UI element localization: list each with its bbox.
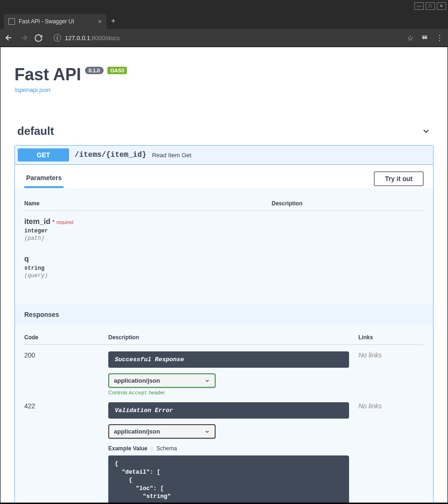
new-tab-button[interactable]: + xyxy=(111,17,115,25)
browser-tab[interactable]: Fast API - Swagger UI × xyxy=(4,14,106,29)
back-button[interactable] xyxy=(5,34,13,42)
column-name: Name xyxy=(24,200,272,207)
accept-hint: Controls Accept header. xyxy=(108,390,349,396)
media-type-select[interactable]: application/json xyxy=(108,424,216,439)
column-description: Description xyxy=(272,200,424,207)
column-description: Description xyxy=(108,334,358,341)
operation-summary[interactable]: GET /items/{item_id} Read Item Get xyxy=(15,146,433,165)
response-description: Successful Response xyxy=(108,351,349,368)
file-icon xyxy=(8,18,15,25)
operation-block: GET /items/{item_id} Read Item Get Param… xyxy=(14,145,434,503)
version-badge: 0.1.0 xyxy=(85,67,104,74)
incognito-icon[interactable] xyxy=(421,33,428,42)
info-icon[interactable]: i xyxy=(54,34,61,42)
example-body-code: { "detail": [ { "loc": [ "string" xyxy=(108,455,349,503)
response-row: 200 Successful Response application/json… xyxy=(24,345,424,396)
close-window-button[interactable]: ✕ xyxy=(437,2,446,10)
schema-tab[interactable]: Schema xyxy=(156,445,177,452)
column-code: Code xyxy=(24,334,108,341)
close-tab-icon[interactable]: × xyxy=(98,18,102,25)
browser-toolbar: i 127.0.0.1:8000/docs ☆ ⋮ xyxy=(0,29,448,47)
response-links: No links xyxy=(358,351,424,396)
minimize-button[interactable]: — xyxy=(414,2,424,10)
url-path: :8000/docs xyxy=(90,35,120,42)
oas-badge: OAS3 xyxy=(107,67,127,74)
parameters-tab[interactable]: Parameters xyxy=(24,169,63,188)
chevron-down-icon xyxy=(204,429,210,434)
params-table-header: Name Description xyxy=(24,195,424,211)
method-badge: GET xyxy=(18,148,69,161)
maximize-button[interactable]: □ xyxy=(426,2,435,10)
try-it-out-button[interactable]: Try it out xyxy=(374,171,424,186)
address-bar[interactable]: i 127.0.0.1:8000/docs xyxy=(49,31,400,44)
response-code: 422 xyxy=(24,402,108,503)
responses-table-header: Code Description Links xyxy=(24,334,424,345)
required-star: * xyxy=(52,219,55,225)
svg-rect-2 xyxy=(422,35,427,36)
tab-title: Fast API - Swagger UI xyxy=(19,18,94,25)
param-name: q xyxy=(24,255,29,263)
param-type: string xyxy=(24,265,424,272)
media-type-value: application/json xyxy=(114,428,160,435)
kebab-menu-icon[interactable]: ⋮ xyxy=(436,34,443,42)
response-row: 422 Validation Error application/json Ex… xyxy=(24,396,424,503)
section-toggle[interactable]: default xyxy=(14,122,434,140)
parameter-row: item_id * required integer (path) xyxy=(24,211,424,248)
bookmark-star-icon[interactable]: ☆ xyxy=(407,34,413,42)
param-in: (path) xyxy=(24,235,424,242)
example-value-tab[interactable]: Example Value xyxy=(108,445,147,452)
media-type-select[interactable]: application/json xyxy=(108,373,216,388)
forward-button[interactable] xyxy=(20,34,28,42)
example-tabs: Example Value | Schema xyxy=(108,445,349,452)
column-links: Links xyxy=(358,334,424,341)
window-titlebar: — □ ✕ xyxy=(0,0,448,12)
response-code: 200 xyxy=(24,351,108,396)
required-label: required xyxy=(56,220,74,225)
chevron-down-icon xyxy=(421,126,431,136)
operation-description: Read Item Get xyxy=(152,152,192,159)
param-type: integer xyxy=(24,228,424,234)
parameter-row: q string (query) xyxy=(24,248,424,286)
section-title: default xyxy=(17,125,54,138)
param-in: (query) xyxy=(24,273,424,279)
response-description: Validation Error xyxy=(108,402,349,419)
media-type-value: application/json xyxy=(114,377,160,384)
responses-heading: Responses xyxy=(15,304,433,325)
svg-point-0 xyxy=(422,36,425,39)
page-viewport[interactable]: Fast API 0.1.0 OAS3 /openapi.json defaul… xyxy=(0,47,448,503)
chevron-down-icon xyxy=(204,378,210,384)
tab-bar: Fast API - Swagger UI × + xyxy=(0,12,448,29)
response-links: No links xyxy=(358,402,424,503)
operation-path: /items/{item_id} xyxy=(75,151,147,159)
openapi-link[interactable]: /openapi.json xyxy=(14,86,50,93)
param-name: item_id xyxy=(24,217,50,226)
api-title: Fast API xyxy=(14,65,81,84)
url-host: 127.0.0.1 xyxy=(65,35,90,42)
reload-button[interactable] xyxy=(35,34,42,42)
svg-point-1 xyxy=(425,36,427,39)
